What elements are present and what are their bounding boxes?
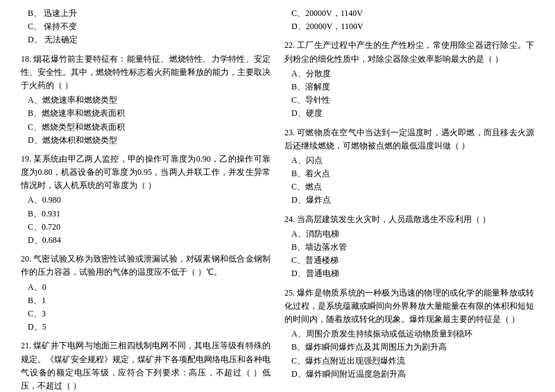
option-23-c: C、燃点 <box>291 180 534 194</box>
option-20-a: A、0 <box>28 281 271 294</box>
option-label: D、 <box>28 35 42 44</box>
option-24-d: D、普通电梯 <box>291 267 534 280</box>
options-24: A、消防电梯 B、墙边落水管 C、普通楼梯 D、普通电梯 <box>291 228 534 281</box>
option-23-a: A、闪点 <box>291 154 534 167</box>
option-21-c: C、20000V，1140V <box>291 7 534 20</box>
question-21-text: 21. 煤矿井下电网与地面三相四线制电网不同，其电压等级有特殊的规定。《煤矿安全… <box>21 339 271 392</box>
options-continuation: B、 迅速上升 C、 保持不变 D、 无法确定 <box>28 7 271 47</box>
option-25-b: B、爆炸瞬间爆炸点及其周围压力为剧升高 <box>291 341 534 354</box>
option-20-d: D、5 <box>28 321 271 334</box>
left-column: B、 迅速上升 C、 保持不变 D、 无法确定 18. 烟花爆竹前主要特征有：能… <box>21 7 271 392</box>
option-text: 无法确定 <box>44 35 78 44</box>
option-text: 保持不变 <box>44 22 77 31</box>
option-20-c: C、3 <box>28 307 271 321</box>
options-23: A、闪点 B、着火点 C、燃点 D、爆炸点 <box>291 154 534 207</box>
option-b-up: B、 迅速上升 <box>28 7 271 20</box>
question-20-text: 20. 气密试验又称为致密性试验或泄漏试验，对碳素钢和低合金钢制作的压力容器，试… <box>21 253 271 279</box>
option-21-d: D、20000V，1100V <box>291 20 534 33</box>
question-19-text: 19. 某系统由甲乙两人监控，甲的操作可靠度为0.90，乙的操作可靠度为0.80… <box>21 153 271 193</box>
page-container: B、 迅速上升 C、 保持不变 D、 无法确定 18. 烟花爆竹前主要特征有：能… <box>21 7 534 392</box>
option-label: B、 <box>28 8 42 18</box>
option-19-b: B、0.931 <box>28 207 271 221</box>
option-24-a: A、消防电梯 <box>291 228 534 241</box>
question-24-text: 24. 当高层建筑发生火灾时，人员疏散逃生不应利用（ ） <box>284 213 534 226</box>
question-22-block: 22. 工厂生产过程中产生的生产性粉尘，常使用除尘器进行除尘。下列粉尘的细化性质… <box>284 39 534 120</box>
question-24-block: 24. 当高层建筑发生火灾时，人员疏散逃生不应利用（ ） A、消防电梯 B、墙边… <box>284 213 534 281</box>
option-25-c: C、爆炸点附近出现强烈爆炸流 <box>291 355 534 368</box>
question-22-text: 22. 工厂生产过程中产生的生产性粉尘，常使用除尘器进行除尘。下列粉尘的细化性质… <box>284 39 534 65</box>
option-24-c: C、普通楼梯 <box>291 254 534 267</box>
option-24-b: B、墙边落水管 <box>291 241 534 254</box>
right-column: C、20000V，1140V D、20000V，1100V 22. 工厂生产过程… <box>284 7 534 392</box>
option-18-c: C、燃烧类型和燃烧表面积 <box>28 121 271 134</box>
question-25-text: 25. 爆炸是物质系统的一种极为迅速的物理的或化学的能量释放或转化过程，是系统蕴… <box>284 287 534 327</box>
question-21-block: 21. 煤矿井下电网与地面三相四线制电网不同，其电压等级有特殊的规定。《煤矿安全… <box>21 339 271 392</box>
option-d-unknown: D、 无法确定 <box>28 33 271 46</box>
question-21-continuation: C、20000V，1140V D、20000V，1100V <box>284 7 534 33</box>
options-22: A、分散度 B、溶解度 C、导针性 D、硬度 <box>291 67 534 121</box>
two-column-layout: B、 迅速上升 C、 保持不变 D、 无法确定 18. 烟花爆竹前主要特征有：能… <box>21 7 534 392</box>
question-18-block: 18. 烟花爆竹前主要特征有：能量特征、燃烧特性、力学特性、安定性、安全性。其中… <box>21 53 271 147</box>
options-18: A、燃烧速率和燃烧类型 B、燃烧速率和燃烧表面积 C、燃烧类型和燃烧表面积 D、… <box>28 94 271 147</box>
option-22-d: D、硬度 <box>291 107 534 120</box>
option-20-b: B、1 <box>28 294 271 307</box>
option-19-a: A、0.980 <box>28 194 271 207</box>
option-25-a: A、周围介质发生持续振动或低运动物质量到稳环 <box>291 327 534 341</box>
option-label: C、 <box>28 22 42 31</box>
options-25: A、周围介质发生持续振动或低运动物质量到稳环 B、爆炸瞬间爆炸点及其周围压力为剧… <box>291 327 534 381</box>
question-23-text: 23. 可燃物质在空气中当达到一定温度时，遇火即燃，而且移去火源后还继续燃烧，可… <box>284 126 534 153</box>
question-19-block: 19. 某系统由甲乙两人监控，甲的操作可靠度为0.90，乙的操作可靠度为0.80… <box>21 153 271 247</box>
option-23-d: D、爆炸点 <box>291 194 534 207</box>
option-22-c: C、导针性 <box>291 94 534 107</box>
option-18-b: B、燃烧速率和燃烧表面积 <box>28 107 271 120</box>
question-23-block: 23. 可燃物质在空气中当达到一定温度时，遇火即燃，而且移去火源后还继续燃烧，可… <box>284 126 534 207</box>
option-25-d: D、爆炸瞬间附近温度急剧升高 <box>291 368 534 381</box>
question-block-continuation: B、 迅速上升 C、 保持不变 D、 无法确定 <box>21 7 271 47</box>
question-18-text: 18. 烟花爆竹前主要特征有：能量特征、燃烧特性、力学特性、安定性、安全性。其中… <box>21 53 271 93</box>
options-19: A、0.980 B、0.931 C、0.720 D、0.684 <box>28 194 271 247</box>
option-19-d: D、0.684 <box>28 234 271 247</box>
option-19-c: C、0.720 <box>28 221 271 234</box>
option-18-a: A、燃烧速率和燃烧类型 <box>28 94 271 107</box>
options-20: A、0 B、1 C、3 D、5 <box>28 281 271 334</box>
options-21-cd: C、20000V，1140V D、20000V，1100V <box>291 7 534 33</box>
option-c-unchanged: C、 保持不变 <box>28 20 271 33</box>
option-22-a: A、分散度 <box>291 67 534 80</box>
option-text: 迅速上升 <box>44 8 77 18</box>
option-23-b: B、着火点 <box>291 167 534 180</box>
question-25-block: 25. 爆炸是物质系统的一种极为迅速的物理的或化学的能量释放或转化过程，是系统蕴… <box>284 287 534 381</box>
option-18-d: D、燃烧体积和燃烧类型 <box>28 134 271 147</box>
question-20-block: 20. 气密试验又称为致密性试验或泄漏试验，对碳素钢和低合金钢制作的压力容器，试… <box>21 253 271 334</box>
option-22-b: B、溶解度 <box>291 80 534 94</box>
